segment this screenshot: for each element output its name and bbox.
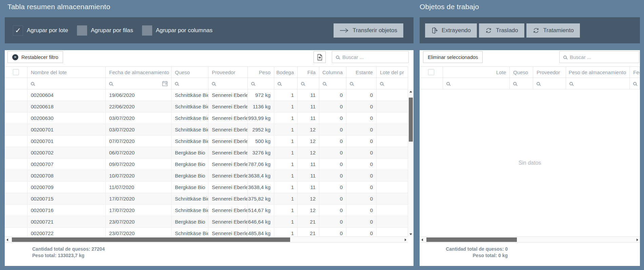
right-column-header-peso-de-almacenamiento[interactable]: Peso de almacenamiento (566, 67, 630, 78)
scroll-right-icon[interactable] (637, 238, 638, 241)
transfer-objects-button[interactable]: Transferir objetos (334, 23, 403, 38)
cell-estante: 0 (346, 216, 377, 227)
right-column-header-queso[interactable]: Queso (510, 67, 533, 78)
right-filter-lote[interactable] (443, 78, 510, 89)
left-column-header-lote-del-producto[interactable]: Lote del pr (377, 67, 408, 78)
calendar-icon[interactable] (162, 81, 168, 86)
cell-proveedor: Sennerei Eberle (208, 112, 248, 124)
table-row[interactable]: 0020072223/07/2020Schnittkäse BioSennere… (5, 228, 414, 236)
table-row[interactable]: 0020072123/07/2020Bergkäse BioSennerei E… (5, 216, 414, 228)
table-row[interactable]: 0020070810/07/2020Bergkäse BioSennerei E… (5, 170, 414, 182)
search-icon (175, 82, 178, 85)
right-table-filter-row (420, 78, 640, 89)
table-row[interactable]: 0020071617/07/2020Schnittkäse BioSennere… (5, 205, 414, 216)
left-filter-select[interactable] (5, 78, 27, 89)
left-filter-proveedor[interactable] (208, 78, 248, 89)
right-horizontal-scrollbar[interactable] (420, 236, 640, 243)
cell-peso: 3646,64 kg (248, 216, 274, 227)
right-filter-peso-de-almacenamiento[interactable] (566, 78, 630, 89)
checkbox-unchecked[interactable] (142, 25, 152, 36)
left-column-header-proveedor[interactable]: Proveedor (208, 67, 248, 78)
cell-estante: 0 (346, 170, 377, 181)
right-column-header-proveedor[interactable]: Proveedor (533, 67, 566, 78)
select-all-checkbox[interactable] (13, 69, 19, 75)
cell-peso: 3514,67 kg (248, 205, 274, 216)
cell-select (5, 182, 27, 193)
right-panel: Eliminar seleccionados LoteQuesoProveedo… (420, 50, 640, 266)
cell-fecha-de-almacenamiento: 07/07/2020 (106, 136, 172, 147)
right-filter-fecha[interactable] (630, 78, 640, 89)
horizontal-scroll-thumb[interactable] (12, 237, 290, 242)
left-table-filter-row (5, 78, 408, 89)
left-search-box[interactable] (332, 51, 409, 63)
cell-proveedor: Sennerei Eberle (208, 147, 248, 158)
left-column-header-fecha-de-almacenamiento[interactable]: Fecha de almacenamiento (106, 67, 172, 78)
left-filter-lote-del-producto[interactable] (377, 78, 408, 89)
cell-peso: 3638,4 kg (248, 182, 274, 193)
left-column-header-queso[interactable]: Queso (172, 67, 208, 78)
cell-bodega: 1 (274, 193, 298, 204)
table-row[interactable]: 0020060419/06/2020Schnittkäse BioSennere… (5, 89, 414, 101)
treatment-button[interactable]: Tratamiento (526, 23, 580, 38)
extracting-button[interactable]: Extrayendo (425, 23, 477, 38)
cell-proveedor: Sennerei Eberle (208, 89, 248, 101)
table-row[interactable]: 0020070107/07/2020Schnittkäse BioSennere… (5, 136, 414, 147)
cell-bodega: 1 (274, 112, 298, 124)
right-search-input[interactable] (570, 54, 639, 60)
table-row[interactable]: 0020070103/07/2020Schnittkäse BioSennere… (5, 124, 414, 136)
table-row[interactable]: 0020070709/07/2020Bergkäse BioSennerei E… (5, 159, 414, 170)
right-search-box[interactable] (559, 51, 639, 63)
checkbox-unchecked[interactable] (77, 25, 87, 36)
table-row[interactable]: 0020061822/06/2020Schnittkäse BioSennere… (5, 101, 414, 112)
left-column-header-bodega[interactable]: Bodega (274, 67, 298, 78)
left-column-header-fila[interactable]: Fila (298, 67, 319, 78)
cell-queso: Schnittkäse Bio (172, 205, 208, 216)
table-row[interactable]: 0020063003/07/2020Schnittkäse BioSennere… (5, 112, 414, 124)
left-filter-estante[interactable] (346, 78, 377, 89)
scroll-right-icon[interactable] (405, 238, 406, 241)
left-column-header-estante[interactable]: Estante (346, 67, 377, 78)
left-horizontal-scrollbar[interactable] (5, 236, 408, 243)
cell-select (5, 112, 27, 124)
right-filter-queso[interactable] (510, 78, 533, 89)
right-column-header-fecha[interactable]: Fec (630, 67, 640, 78)
scroll-left-icon[interactable] (6, 238, 8, 241)
table-row[interactable]: 0020070206/07/2020Bergkäse BioSennerei E… (5, 147, 414, 159)
cell-proveedor: Sennerei Eberle (208, 228, 248, 236)
left-filter-fecha-de-almacenamiento[interactable] (106, 78, 172, 89)
left-vertical-scrollbar[interactable] (408, 89, 414, 236)
table-row[interactable]: 0020070911/07/2020Bergkäse BioSennerei E… (5, 182, 414, 193)
left-filter-queso[interactable] (172, 78, 208, 89)
left-filter-peso[interactable] (248, 78, 274, 89)
cell-nombre-del-lote: 00200701 (27, 124, 106, 135)
left-column-header-columna[interactable]: Columna (319, 67, 346, 78)
left-filter-columna[interactable] (319, 78, 346, 89)
cell-columna: 0 (319, 182, 346, 193)
left-column-header-nombre-del-lote[interactable]: Nombre del lote (27, 67, 106, 78)
delete-selected-button[interactable]: Eliminar seleccionados (423, 51, 483, 63)
no-data-text: Sin datos (519, 160, 541, 166)
scroll-up-icon[interactable] (409, 91, 412, 92)
relocation-button[interactable]: Traslado (479, 23, 524, 38)
table-row[interactable]: 0020071517/07/2020Schnittkäse BioSennere… (5, 193, 414, 205)
horizontal-scroll-thumb[interactable] (426, 237, 517, 242)
vertical-scroll-thumb[interactable] (409, 98, 413, 142)
reset-filter-button[interactable]: ✕ Restablecer filtro (7, 51, 63, 63)
right-column-header-select[interactable] (420, 67, 443, 78)
right-filter-proveedor[interactable] (533, 78, 566, 89)
left-column-header-select[interactable] (5, 67, 27, 78)
right-filter-select[interactable] (420, 78, 443, 89)
select-all-checkbox[interactable] (428, 69, 434, 75)
scroll-left-icon[interactable] (421, 238, 423, 241)
left-filter-fila[interactable] (298, 78, 319, 89)
export-button[interactable] (314, 51, 326, 63)
search-icon (301, 82, 304, 85)
right-column-header-lote[interactable]: Lote (443, 67, 510, 78)
left-column-header-peso[interactable]: Peso (248, 67, 274, 78)
sync-icon (532, 27, 540, 34)
left-filter-nombre-del-lote[interactable] (27, 78, 106, 89)
checkbox-checked[interactable]: ✓ (13, 25, 23, 36)
left-filter-bodega[interactable] (274, 78, 298, 89)
left-search-input[interactable] (342, 54, 408, 60)
scroll-down-icon[interactable] (409, 233, 412, 235)
